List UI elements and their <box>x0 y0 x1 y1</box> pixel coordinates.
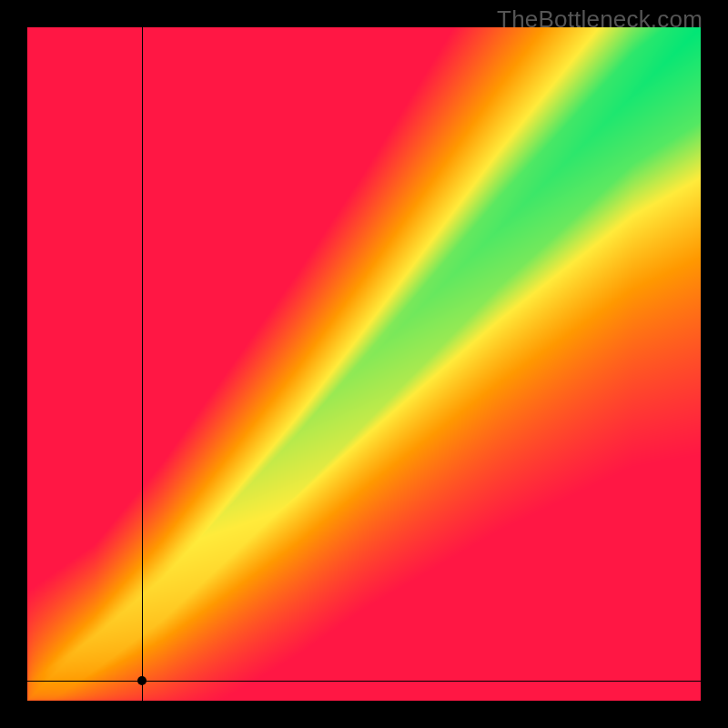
plot-area <box>27 27 701 701</box>
marker-dot <box>137 676 147 685</box>
crosshair-vertical <box>142 27 143 701</box>
watermark-text: TheBottleneck.com <box>497 5 703 34</box>
crosshair-horizontal <box>27 681 701 682</box>
chart-root: TheBottleneck.com <box>0 0 728 728</box>
heatmap-canvas <box>27 27 701 701</box>
